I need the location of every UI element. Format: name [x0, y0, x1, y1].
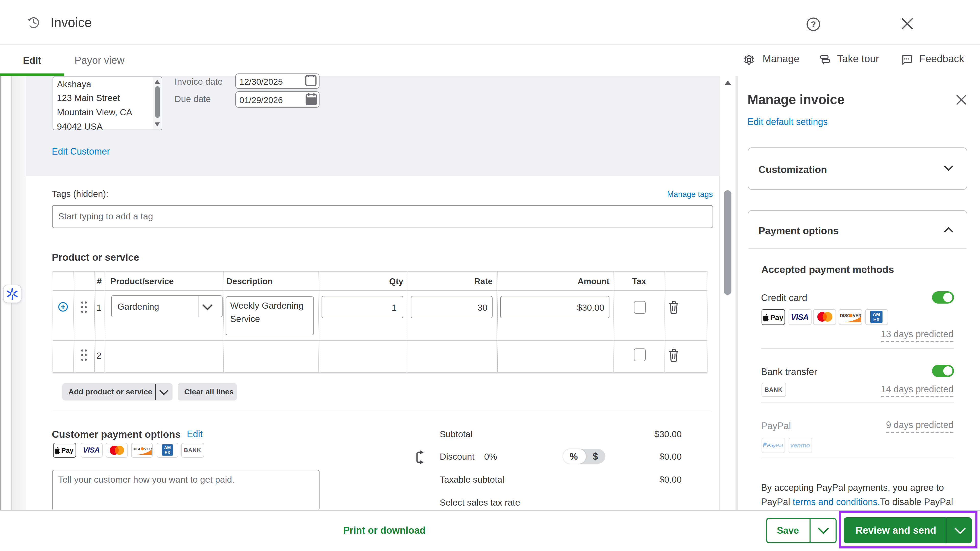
- svg-text:AM: AM: [164, 446, 170, 451]
- svg-text:PayPal: PayPal: [767, 443, 783, 448]
- svg-text:DISC: DISC: [132, 447, 142, 451]
- svg-text:Pay: Pay: [770, 313, 783, 321]
- svg-text:EX: EX: [164, 451, 170, 455]
- svg-text:Pay: Pay: [61, 447, 73, 454]
- svg-text:AM: AM: [873, 312, 880, 317]
- svg-text:VER: VER: [144, 447, 151, 451]
- svg-text:VISA: VISA: [83, 447, 100, 453]
- svg-text:DISC: DISC: [840, 313, 850, 318]
- svg-text:VISA: VISA: [791, 313, 809, 320]
- svg-text:?: ?: [811, 19, 816, 29]
- svg-text:EX: EX: [873, 317, 880, 322]
